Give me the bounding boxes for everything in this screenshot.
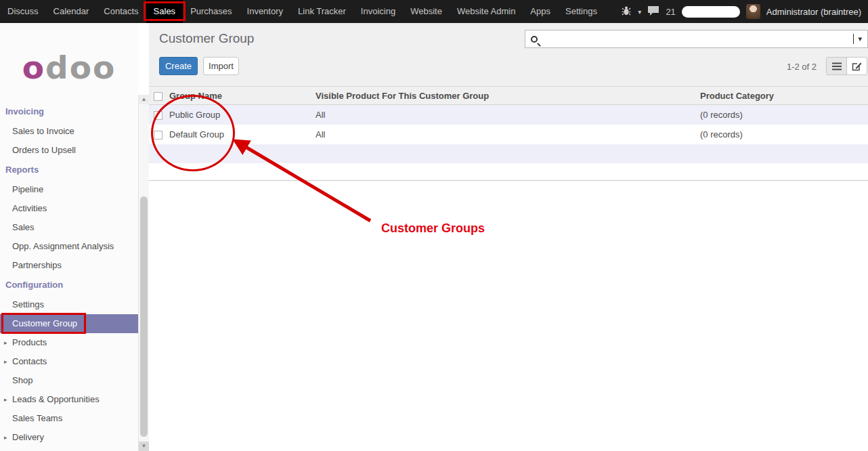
topbar-item-link-tracker[interactable]: Link Tracker <box>290 0 353 23</box>
topbar-item-settings[interactable]: Settings <box>558 0 605 23</box>
topbar-item-apps[interactable]: Apps <box>523 0 558 23</box>
topbar-item-sales-label: Sales <box>154 6 176 16</box>
page-title: Customer Group <box>159 31 254 46</box>
sidebar-item-sales-teams[interactable]: Sales Teams <box>0 409 138 428</box>
list-bottom-spacer <box>149 163 868 181</box>
app-logo-first-letter: o <box>22 49 45 86</box>
topbar-item-website[interactable]: Website <box>403 0 450 23</box>
topbar-item-inventory[interactable]: Inventory <box>240 0 290 23</box>
topbar-item-discuss[interactable]: Discuss <box>0 0 46 23</box>
pager: 1-2 of 2 <box>787 62 817 72</box>
search-icon[interactable] <box>531 36 538 43</box>
expand-arrow-icon[interactable]: ▸ <box>4 333 7 352</box>
cell-visible-product: All <box>313 110 697 120</box>
messages-count-badge: 21 <box>666 7 675 17</box>
cell-visible-product: All <box>313 129 697 139</box>
sidebar-item-contacts[interactable]: ▸ Contacts <box>0 352 138 371</box>
sidebar-item-products-label: Products <box>12 337 47 347</box>
list-table: Group Name Visible Product For This Cust… <box>149 86 868 181</box>
table-row[interactable]: Public Group All (0 records) <box>149 105 868 125</box>
topbar-item-sales[interactable]: Sales <box>146 0 183 23</box>
sidebar-item-delivery[interactable]: ▸ Delivery <box>0 428 138 447</box>
sidebar-item-customer-group-label: Customer Group <box>12 318 77 328</box>
sidebar-item-opp-assignment-analysis[interactable]: Opp. Assignment Analysis <box>0 237 138 256</box>
view-switcher <box>826 57 867 75</box>
row-checkbox[interactable] <box>154 111 162 120</box>
sidebar-item-sales[interactable]: Sales <box>0 218 138 237</box>
topbar-item-calendar[interactable]: Calendar <box>46 0 97 23</box>
sidebar: odoo Invoicing Sales to Invoice Orders t… <box>0 23 138 451</box>
user-menu[interactable]: Administrator (braintree) <box>766 7 861 17</box>
select-all-checkbox[interactable] <box>154 92 162 101</box>
sidebar-item-delivery-label: Delivery <box>12 432 44 442</box>
sidebar-item-sales-to-invoice[interactable]: Sales to Invoice <box>0 122 138 141</box>
search-dropdown-toggle-icon[interactable]: ▾ <box>854 35 862 43</box>
empty-filler-row <box>149 144 868 163</box>
sidebar-item-partnerships[interactable]: Partnerships <box>0 256 138 275</box>
expand-arrow-icon[interactable]: ▸ <box>4 352 7 371</box>
expand-arrow-icon[interactable]: ▸ <box>4 390 7 409</box>
import-button[interactable]: Import <box>203 57 239 75</box>
table-header-row: Group Name Visible Product For This Cust… <box>149 86 868 105</box>
form-view-button[interactable] <box>846 57 867 75</box>
sidebar-item-customer-group[interactable]: Customer Group <box>0 314 138 333</box>
control-panel: Customer Group ▾ Create Import 1-2 of 2 <box>149 23 868 86</box>
main-content: Customer Group ▾ Create Import 1-2 of 2 <box>149 23 868 451</box>
list-icon <box>832 62 842 70</box>
topbar-right-tools: ▾ 21 Administrator (braintree) <box>621 4 868 19</box>
table-row[interactable]: Default Group All (0 records) <box>149 125 868 144</box>
topbar: Discuss Calendar Contacts Sales Purchase… <box>0 0 868 23</box>
sidebar-section-reports: Reports <box>0 160 138 180</box>
sidebar-item-pipeline[interactable]: Pipeline <box>0 180 138 199</box>
user-avatar[interactable] <box>746 4 760 19</box>
sidebar-item-leads-opportunities[interactable]: ▸ Leads & Opportunities <box>0 390 138 409</box>
topbar-item-website-admin[interactable]: Website Admin <box>450 0 523 23</box>
topbar-item-contacts[interactable]: Contacts <box>96 0 146 23</box>
sidebar-item-contacts-label: Contacts <box>12 356 47 366</box>
cell-product-category: (0 records) <box>697 110 868 120</box>
list-view-button[interactable] <box>826 57 847 75</box>
cell-group-name: Public Group <box>167 110 313 120</box>
row-checkbox[interactable] <box>154 131 162 139</box>
topbar-item-invoicing[interactable]: Invoicing <box>353 0 403 23</box>
expand-arrow-icon[interactable]: ▸ <box>4 428 7 447</box>
app-logo-rest: doo <box>45 49 116 86</box>
cell-group-name: Default Group <box>167 129 313 139</box>
create-button[interactable]: Create <box>159 57 198 75</box>
sidebar-item-products[interactable]: ▸ Products <box>0 333 138 352</box>
sidebar-item-shop[interactable]: Shop <box>0 371 138 390</box>
sidebar-item-settings[interactable]: Settings <box>0 295 138 314</box>
sidebar-section-configuration: Configuration <box>0 275 138 295</box>
debug-caret-icon[interactable]: ▾ <box>638 8 641 16</box>
column-header-group-name[interactable]: Group Name <box>167 91 313 101</box>
scroll-down-button[interactable]: ▼ <box>139 442 149 451</box>
sidebar-section-invoicing: Invoicing <box>0 102 138 122</box>
app-logo: odoo <box>0 50 138 85</box>
search-input[interactable] <box>544 33 854 46</box>
edit-icon <box>852 62 862 71</box>
cell-product-category: (0 records) <box>697 129 868 139</box>
sidebar-item-leads-label: Leads & Opportunities <box>12 394 100 404</box>
column-header-visible-product[interactable]: Visible Product For This Customer Group <box>313 91 697 101</box>
sidebar-item-activities[interactable]: Activities <box>0 199 138 218</box>
sidebar-scrollbar[interactable]: ▲ ▼ <box>138 95 149 451</box>
scroll-up-button[interactable]: ▲ <box>139 95 149 104</box>
subscription-progress-pill[interactable] <box>682 6 740 18</box>
sidebar-item-orders-to-upsell[interactable]: Orders to Upsell <box>0 141 138 160</box>
bug-icon[interactable] <box>621 6 632 18</box>
sidebar-menu-tree: Invoicing Sales to Invoice Orders to Ups… <box>0 102 138 447</box>
topbar-item-purchases[interactable]: Purchases <box>183 0 239 23</box>
messages-icon[interactable] <box>647 5 659 18</box>
column-header-product-category[interactable]: Product Category <box>697 91 868 101</box>
search-box: ▾ <box>525 30 868 48</box>
scrollbar-thumb[interactable] <box>140 196 148 437</box>
